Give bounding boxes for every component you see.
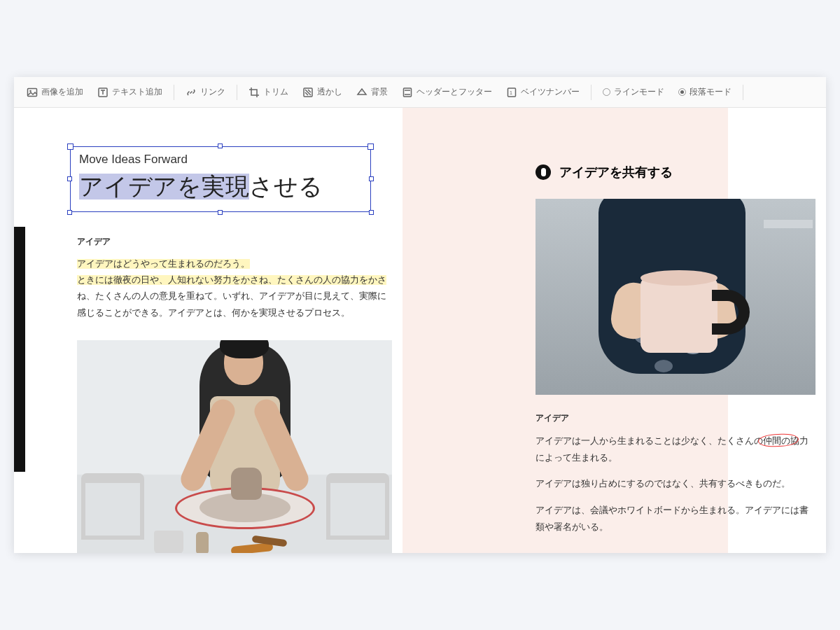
separator — [237, 85, 237, 100]
bates-number-button[interactable]: 1 ベイツナンバー — [500, 83, 585, 101]
decorative-shape — [220, 340, 269, 358]
toolbar-label: ラインモード — [614, 86, 664, 98]
left-article: アイデア アイデアはどうやって生まれるのだろう。 ときには徹夜の日や、人知れない… — [77, 234, 386, 321]
toolbar-label: テキスト追加 — [112, 86, 162, 98]
annotated-text: 仲間の協力 — [763, 436, 808, 446]
separator — [591, 85, 592, 100]
image-pottery-wheel[interactable] — [77, 340, 392, 553]
toolbar-label: 透かし — [317, 86, 342, 98]
decorative-shape — [640, 270, 718, 286]
body-text[interactable]: アイデアはどうやって生まれるのだろう。 ときには徹夜の日や、人知れない努力をかさ… — [77, 256, 386, 321]
toolbar-label: ベイツナンバー — [521, 86, 580, 98]
svg-point-4 — [361, 90, 362, 91]
toolbar-label: リンク — [200, 86, 225, 98]
header-footer-button[interactable]: ヘッダーとフッター — [396, 83, 498, 101]
resize-handle[interactable] — [369, 210, 374, 215]
toolbar-label: トリム — [263, 86, 288, 98]
resize-handle[interactable] — [67, 176, 72, 181]
watermark-icon — [302, 87, 314, 98]
document-canvas[interactable]: Move Ideas Forward アイデアを実現させる アイデア アイデアは… — [14, 108, 826, 553]
highlighted-text: アイデアはどうやって生まれるのだろう。 — [77, 259, 250, 269]
resize-handle[interactable] — [369, 176, 374, 181]
link-icon — [186, 87, 197, 98]
section-label: アイデア — [77, 234, 386, 249]
body-text[interactable]: アイデアは一人から生まれることは少なく、たくさんの仲間の協力によって生まれる。 — [536, 433, 816, 467]
separator — [743, 85, 743, 100]
decorative-bar — [14, 227, 25, 472]
add-image-button[interactable]: 画像を追加 — [21, 83, 89, 101]
svg-text:1: 1 — [510, 90, 512, 95]
add-text-button[interactable]: テキスト追加 — [92, 83, 168, 101]
selected-text-span: アイデアを実現 — [79, 174, 249, 200]
body-rest: ね、たくさんの人の意見を重ねて。いずれ、アイデアが目に見えて、実際に感じることが… — [77, 291, 386, 317]
right-article: アイデア アイデアは一人から生まれることは少なく、たくさんの仲間の協力によって生… — [536, 410, 816, 546]
decorative-shape — [764, 220, 813, 228]
header-footer-icon — [402, 87, 413, 98]
link-button[interactable]: リンク — [180, 83, 231, 101]
paragraph-mode-radio[interactable]: 段落モード — [673, 83, 737, 101]
radio-icon — [678, 88, 686, 96]
background-button[interactable]: 背景 — [351, 83, 393, 101]
crop-icon — [248, 87, 260, 98]
watermark-button[interactable]: 透かし — [297, 83, 348, 101]
svg-point-1 — [29, 90, 31, 92]
toolbar-label: 画像を追加 — [41, 86, 83, 98]
toolbar-label: 段落モード — [690, 86, 732, 98]
line-mode-radio[interactable]: ラインモード — [597, 83, 670, 101]
decorative-shape — [154, 526, 336, 553]
decorative-shape — [640, 276, 718, 353]
subtitle-text[interactable]: Move Ideas Forward — [79, 153, 362, 167]
highlighted-text: ときには徹夜の日や、人知れない努力をかさね、たくさんの人の協力をかさ — [77, 275, 386, 285]
resize-handle[interactable] — [67, 210, 72, 215]
image-ceramic-mug[interactable] — [536, 199, 816, 395]
resize-handle[interactable] — [218, 144, 223, 148]
text-icon — [97, 87, 108, 98]
decorative-shape — [654, 360, 673, 372]
text-run: によって生まれる。 — [536, 453, 617, 463]
trim-button[interactable]: トリム — [243, 83, 294, 101]
separator — [174, 85, 174, 100]
decorative-shape — [81, 473, 144, 540]
body-text[interactable]: アイデアは独り占めにするのではなく、共有するべきものだ。 — [536, 476, 816, 493]
section-label: アイデア — [536, 410, 816, 426]
text-run: アイデアは一人から生まれることは少なく、たくさんの — [536, 436, 763, 446]
toolbar-label: 背景 — [371, 86, 388, 98]
editor-window: 画像を追加 テキスト追加 リンク トリム 透かし — [14, 77, 826, 553]
title-rest: させる — [249, 174, 323, 200]
resize-handle[interactable] — [218, 210, 223, 215]
right-heading: アイデアを共有する — [536, 164, 673, 181]
toolbar-label: ヘッダーとフッター — [416, 86, 492, 98]
background-icon — [356, 87, 368, 98]
toolbar: 画像を追加 テキスト追加 リンク トリム 透かし — [14, 77, 826, 108]
radio-icon — [603, 88, 610, 96]
image-icon — [27, 87, 38, 98]
body-text[interactable]: アイデアは、会議やホワイトボードから生まれる。アイデアには書類や署名がいる。 — [536, 503, 816, 536]
decorative-shape — [231, 468, 262, 500]
bullet-icon — [536, 164, 551, 180]
bates-icon: 1 — [506, 87, 517, 98]
heading-text[interactable]: アイデアを共有する — [559, 164, 673, 181]
selected-text-frame[interactable]: Move Ideas Forward アイデアを実現させる — [70, 146, 371, 212]
svg-rect-5 — [404, 88, 412, 97]
title-text[interactable]: アイデアを実現させる — [79, 171, 362, 203]
